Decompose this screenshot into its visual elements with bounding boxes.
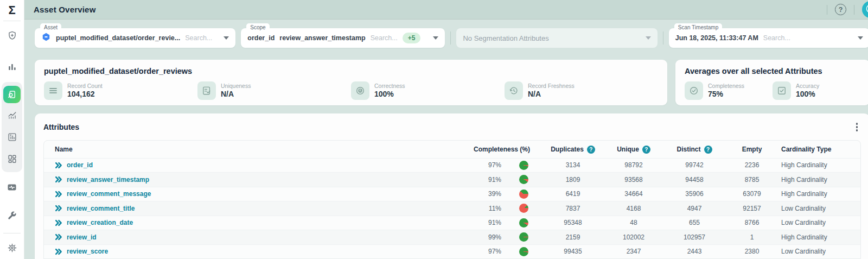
freshness-history-icon [505, 81, 523, 100]
metric-label: Accuracy [796, 83, 819, 90]
sidebar-item-chart-report[interactable] [3, 129, 21, 145]
table-row: review_id 99% 2159 102002 102957 1 High … [44, 230, 860, 244]
completeness-circle-check-icon [685, 81, 703, 100]
scope-select[interactable]: Scope order_id review_answer_timestamp S… [241, 28, 445, 48]
unique-value: 98792 [603, 161, 664, 169]
asset-search-placeholder[interactable]: Search... [185, 34, 212, 42]
double-chevron-icon [55, 176, 62, 183]
empty-value: 1 [725, 233, 779, 241]
metric-label: Uniqueness [221, 83, 251, 90]
distinct-value: 94458 [664, 176, 725, 184]
unique-value: 93568 [603, 176, 664, 184]
unique-value: 34664 [603, 190, 664, 198]
unique-value: 4168 [603, 205, 664, 212]
wrench-icon [7, 211, 17, 220]
dataset-card-title: puptel_modified_dataset/order_reviews [44, 67, 658, 75]
correctness-target-icon [351, 81, 369, 100]
metric-label: Record Freshness [528, 83, 575, 90]
chevron-down-icon[interactable] [646, 36, 651, 40]
attribute-name-link[interactable]: review_comment_message [67, 190, 151, 198]
empty-value: 8785 [725, 176, 779, 184]
double-chevron-icon [55, 205, 62, 212]
metric-value: 75% [708, 90, 744, 99]
attribute-name-link[interactable]: review_comment_title [67, 205, 135, 212]
unique-value: 2347 [603, 248, 664, 255]
sidebar-item-asset-overview[interactable] [3, 86, 21, 103]
completeness-pie [519, 232, 528, 242]
sidebar-item-tools[interactable] [3, 207, 21, 224]
help-badge-icon[interactable]: ? [642, 146, 650, 154]
completeness-pie [519, 161, 528, 170]
table-row: review_comment_title 11% 7837 4168 4947 … [44, 201, 860, 216]
duplicates-value: 1809 [542, 176, 603, 184]
app-logo: Σ [8, 3, 15, 17]
sidebar-item-monitoring[interactable] [3, 179, 21, 195]
attribute-name-link[interactable]: review_answer_timestamp [67, 176, 149, 184]
metric-value: 100% [796, 90, 819, 99]
sidebar: Σ [0, 0, 24, 259]
metric-accuracy: Accuracy 100% [773, 81, 860, 100]
column-header-cardinality: Cardinality Type [779, 146, 860, 153]
metric-freshness: Record Freshness N/A [505, 81, 658, 100]
chevron-down-icon[interactable] [858, 36, 863, 40]
completeness-pie [519, 175, 528, 184]
distinct-value: 4947 [664, 205, 725, 212]
empty-value: 63079 [725, 190, 779, 198]
attributes-panel: Attributes Name Completeness (%) Duplica… [35, 113, 868, 259]
metric-label: Correctness [374, 83, 405, 90]
scan-timestamp-value: Jun 18, 2025, 11:33:47 AM [675, 34, 758, 42]
sidebar-item-shield[interactable] [3, 27, 21, 43]
averages-card-title: Averages over all selected Attributes [685, 67, 860, 75]
duplicates-value: 95348 [542, 219, 603, 226]
duplicates-value: 99435 [542, 248, 603, 255]
segmentation-select[interactable]: No Segmentation Attributes [456, 28, 657, 48]
scope-value: review_answer_timestamp [279, 34, 365, 42]
metric-uniqueness: Uniqueness N/A [197, 81, 351, 100]
completeness-pie [519, 218, 528, 228]
column-header-distinct: Distinct ? [664, 146, 725, 154]
attribute-name-link[interactable]: review_score [67, 248, 108, 255]
kebab-menu-icon[interactable] [853, 121, 861, 134]
cardinality-value: High Cardinality [779, 161, 860, 169]
help-badge-icon[interactable]: ? [704, 146, 712, 154]
user-avatar[interactable] [862, 1, 868, 18]
help-icon[interactable]: ? [835, 4, 846, 15]
filter-divider [450, 31, 451, 45]
sidebar-item-trends[interactable] [3, 107, 21, 123]
help-badge-icon[interactable]: ? [587, 146, 595, 154]
scan-timestamp-search-placeholder[interactable]: Search... [763, 34, 790, 42]
distinct-value: 99742 [664, 161, 725, 169]
chevron-down-icon[interactable] [224, 36, 229, 40]
metric-completeness: Completeness 75% [685, 81, 773, 100]
cardinality-value: Low Cardinality [779, 205, 860, 212]
cardinality-value: High Cardinality [779, 190, 860, 198]
cardinality-value: Low Cardinality [779, 219, 860, 226]
attribute-name-link[interactable]: order_id [67, 161, 93, 169]
asset-select[interactable]: Asset puptel_modified_dataset/order_revi… [35, 28, 235, 48]
main-area: Asset Overview ? Asset [24, 0, 868, 259]
attribute-name-link[interactable]: review_creation_date [67, 219, 133, 226]
table-row: review_creation_date 91% 95348 48 655 87… [44, 216, 860, 230]
attribute-name-link[interactable]: review_id [67, 233, 97, 241]
double-chevron-icon [55, 191, 62, 198]
empty-value: 92157 [725, 205, 779, 212]
scan-timestamp-select[interactable]: Scan Timestamp Jun 18, 2025, 11:33:47 AM… [669, 28, 868, 48]
shield-plus-icon [7, 30, 17, 41]
metric-value: N/A [528, 90, 575, 99]
sidebar-item-dashboard[interactable] [3, 150, 21, 167]
scope-more-badge[interactable]: +5 [403, 33, 421, 43]
empty-value: 2236 [725, 161, 779, 169]
record-count-icon [44, 81, 62, 100]
table-row: order_id 97% 3134 98792 99742 2236 High … [44, 158, 860, 173]
scan-timestamp-field-label: Scan Timestamp [674, 23, 722, 31]
scope-search-placeholder[interactable]: Search... [371, 34, 398, 42]
completeness-value: 99% [475, 233, 501, 241]
double-chevron-icon [55, 219, 62, 226]
content: Asset puptel_modified_dataset/order_revi… [24, 20, 868, 259]
sidebar-item-reports[interactable] [3, 59, 21, 75]
sidebar-item-settings[interactable] [3, 239, 21, 256]
summary-cards: puptel_modified_dataset/order_reviews Re… [35, 60, 868, 105]
activity-icon [7, 182, 17, 193]
chevron-down-icon[interactable] [433, 36, 438, 40]
attributes-table-body: order_id 97% 3134 98792 99742 2236 High … [44, 158, 860, 259]
